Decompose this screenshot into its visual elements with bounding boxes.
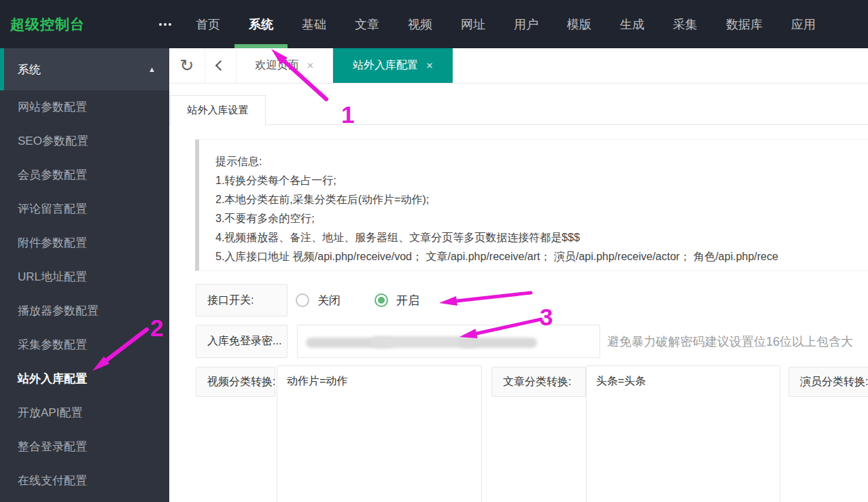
tab-label: 站外入库配置 [353,58,418,73]
sidebar-item-member-params[interactable]: 会员参数配置 [0,158,169,192]
sidebar: 系统 ▲ 网站参数配置 SEO参数配置 会员参数配置 评论留言配置 附件参数配置… [0,48,169,502]
tips-line: 1.转换分类每个各占一行; [215,171,868,190]
password-redacted-value [306,336,537,349]
tips-line: 3.不要有多余的空行; [215,209,868,228]
actor-convert-label: 演员分类转换: [788,367,868,397]
tab-label: 欢迎页面 [256,58,299,73]
import-password-input[interactable] [297,325,600,358]
close-icon[interactable]: × [426,59,433,73]
top-navigation: 首页 系统 基础 文章 视频 网址 用户 模版 生成 采集 数据库 应用 [181,0,830,48]
tips-title: 提示信息: [215,152,868,171]
interface-switch-radio-group: 关闭 开启 [296,284,419,317]
sidebar-item-open-api[interactable]: 开放API配置 [0,396,169,430]
nav-item-generate[interactable]: 生成 [606,0,659,48]
tab-offsite-import-settings[interactable]: 站外入库设置 [170,95,266,125]
article-convert-textarea[interactable]: 头条=头条 [586,365,780,502]
interface-switch-label: 接口开关: [196,284,288,317]
sidebar-item-seo-params[interactable]: SEO参数配置 [0,124,169,158]
sidebar-item-integrated-login[interactable]: 整合登录配置 [0,430,169,464]
sidebar-item-player-params[interactable]: 播放器参数配置 [0,294,169,328]
tab-offsite-import-config[interactable]: 站外入库配置 × [333,48,453,83]
nav-item-template[interactable]: 模版 [553,0,606,48]
app-window: 超级控制台 首页 系统 基础 文章 视频 网址 用户 模版 生成 采集 数据库 … [0,0,868,502]
sidebar-item-url-config[interactable]: URL地址配置 [0,260,169,294]
back-button[interactable] [205,48,237,83]
video-convert-textarea[interactable]: 动作片=动作 [277,365,482,502]
password-hint-text: 避免暴力破解密码建议设置位16位以上包含大 [607,325,853,358]
nav-item-basic[interactable]: 基础 [288,0,341,48]
close-icon[interactable]: × [307,59,314,73]
tips-line: 5.入库接口地址 视频/api.php/receive/vod； 文章/api.… [215,247,868,266]
nav-item-video[interactable]: 视频 [394,0,447,48]
nav-item-user[interactable]: 用户 [500,0,553,48]
tab-toolbar: ↻ 欢迎页面 × 站外入库配置 × [169,48,868,84]
nav-item-database[interactable]: 数据库 [712,0,777,48]
nav-item-collect[interactable]: 采集 [659,0,712,48]
arrowhead-icon [439,296,457,306]
sidebar-item-site-params[interactable]: 网站参数配置 [0,90,169,124]
tips-line: 4.视频播放器、备注、地址、服务器组、文章分页等多页数据连接符都是$$$ [215,228,868,247]
nav-item-home[interactable]: 首页 [181,0,235,48]
tab-strip-divider [169,124,868,125]
refresh-icon: ↻ [180,57,194,74]
radio-selected-icon [375,293,388,307]
sidebar-item-collect-params[interactable]: 采集参数配置 [0,328,169,362]
radio-unselected-icon [296,293,309,307]
radio-option-close[interactable]: 关闭 [296,293,341,308]
refresh-button[interactable]: ↻ [169,48,205,83]
nav-item-article[interactable]: 文章 [341,0,394,48]
sidebar-item-offsite-import[interactable]: 站外入库配置 [0,362,169,396]
topbar: 超级控制台 首页 系统 基础 文章 视频 网址 用户 模版 生成 采集 数据库 … [0,0,868,48]
sidebar-item-attachment-params[interactable]: 附件参数配置 [0,226,169,260]
radio-label: 开启 [396,293,419,308]
radio-option-open[interactable]: 开启 [375,293,419,308]
chevron-up-icon: ▲ [148,65,156,73]
tips-panel: 提示信息: 1.转换分类每个各占一行; 2.本地分类在前,采集分类在后(动作片=… [195,139,868,271]
article-convert-label: 文章分类转换: [491,367,586,397]
sidebar-group-label: 系统 [18,62,41,77]
sidebar-item-comment-config[interactable]: 评论留言配置 [0,192,169,226]
tab-welcome-page[interactable]: 欢迎页面 × [237,48,333,83]
import-password-label: 入库免登录密... [196,325,288,358]
app-title: 超级控制台 [0,0,148,48]
chevron-left-icon [215,60,226,71]
nav-item-site[interactable]: 网址 [447,0,500,48]
sidebar-item-online-payment[interactable]: 在线支付配置 [0,464,169,498]
more-menu-icon[interactable] [148,0,181,48]
nav-item-system[interactable]: 系统 [235,0,288,48]
radio-label: 关闭 [317,293,341,308]
tips-line: 2.本地分类在前,采集分类在后(动作片=动作); [215,190,868,209]
video-convert-label: 视频分类转换: [196,367,275,397]
nav-item-app[interactable]: 应用 [777,0,830,48]
active-group-accent [0,48,4,90]
sidebar-group-system[interactable]: 系统 ▲ [0,48,169,90]
